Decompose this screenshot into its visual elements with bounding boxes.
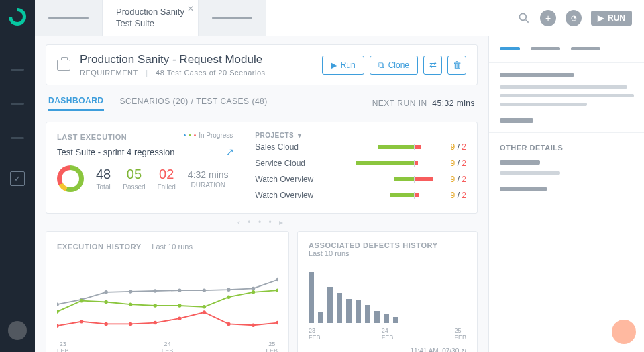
defects-bar-chart [309, 263, 466, 323]
open-icon[interactable]: ↗ [226, 146, 234, 157]
app-logo [9, 8, 26, 26]
top-bar: Production Sanity Test Suite ✕ + ◔ ▶ RUN [35, 0, 644, 36]
svg-point-4 [104, 290, 107, 294]
failed-value: 02 [158, 167, 176, 182]
side-nav: ✓ [0, 0, 35, 352]
exec-donut-chart [57, 165, 84, 192]
svg-point-26 [153, 321, 156, 324]
tab-title: Production Sanity Test Suite [116, 7, 184, 30]
tab-active[interactable]: Production Sanity Test Suite ✕ [103, 0, 199, 36]
svg-point-24 [104, 322, 107, 326]
chevron-down-icon: ▾ [298, 132, 302, 139]
svg-point-6 [153, 289, 156, 292]
execution-history-card: EXECUTION HISTORY Last 10 runs [46, 231, 289, 352]
svg-point-28 [203, 310, 206, 314]
projects-header[interactable]: PROJECTS ▾ [255, 132, 466, 139]
last-execution-card: LAST EXECUTION ••• In Progress Test Suit… [46, 122, 478, 214]
exec-history-title: EXECUTION HISTORY [57, 243, 142, 251]
duration-value: 4:32 mins [188, 169, 229, 180]
svg-point-27 [178, 316, 181, 320]
tab-3[interactable] [199, 0, 266, 36]
last-exec-title: LAST EXECUTION [57, 133, 127, 141]
tab-dashboard[interactable]: DASHBOARD [48, 96, 104, 111]
nav-item-3[interactable] [11, 137, 24, 139]
next-run-label: NEXT RUN IN [372, 99, 427, 108]
svg-point-11 [276, 278, 278, 281]
svg-point-16 [153, 304, 156, 307]
swap-button[interactable]: ⇄ [423, 56, 442, 75]
svg-line-1 [526, 19, 529, 22]
tab-scenarios[interactable]: SCENARIOS (20) / TEST CASES (48) [120, 97, 268, 110]
subtitle: 48 Test Cases of 20 Scenarios [156, 69, 266, 77]
svg-point-2 [57, 302, 59, 306]
in-progress-badge: ••• In Progress [184, 132, 233, 139]
project-row: Watch Overview9 / 2 [255, 187, 466, 204]
svg-point-18 [203, 305, 206, 308]
project-row: Service Cloud9 / 2 [255, 155, 466, 171]
svg-point-21 [276, 288, 278, 292]
next-run-value: 45:32 mins [432, 99, 475, 108]
suite-icon [57, 60, 70, 71]
nav-item-tests[interactable]: ✓ [10, 171, 25, 186]
other-details-title: OTHER DETAILS [500, 144, 633, 152]
svg-point-29 [227, 322, 230, 326]
add-button[interactable]: + [540, 10, 556, 26]
close-icon[interactable]: ✕ [187, 4, 194, 13]
svg-point-14 [104, 300, 107, 304]
nav-item-2[interactable] [11, 103, 24, 105]
run-top-button[interactable]: ▶ RUN [591, 11, 632, 26]
svg-point-13 [80, 299, 83, 302]
project-row: Sales Cloud9 / 2 [255, 139, 466, 155]
page-title: Production Sanity - Request Module [80, 53, 266, 67]
svg-point-8 [203, 288, 206, 292]
svg-point-22 [57, 324, 59, 327]
defects-timestamp: 11:41 AM, 07/30 [410, 347, 459, 352]
suite-name: Test Suite - sprint 4 regression [57, 147, 233, 157]
svg-point-31 [276, 321, 278, 324]
run-button[interactable]: ▶ Run [322, 56, 364, 75]
passed-value: 05 [123, 167, 145, 182]
svg-point-23 [80, 320, 83, 323]
svg-point-7 [178, 288, 181, 292]
svg-point-10 [252, 287, 255, 290]
details-panel: OTHER DETAILS [488, 36, 644, 352]
carousel-dots[interactable]: ‹ • • • ▸ [46, 218, 478, 227]
clone-button[interactable]: ⧉ Clone [370, 56, 418, 75]
svg-point-19 [227, 295, 230, 298]
clock-icon[interactable]: ◔ [566, 10, 582, 26]
svg-point-5 [129, 290, 132, 293]
defects-history-card: ASSOCIATED DEFECTS HISTORY Last 10 runs … [297, 231, 478, 352]
chat-fab[interactable] [612, 320, 636, 344]
tab-1[interactable] [35, 0, 103, 36]
search-icon[interactable] [517, 11, 531, 25]
total-value: 48 [96, 167, 111, 182]
defects-title: ASSOCIATED DEFECTS HISTORY [309, 241, 466, 249]
svg-point-9 [227, 288, 230, 291]
svg-point-15 [129, 302, 132, 306]
delete-button[interactable]: 🗑 [447, 56, 466, 75]
svg-point-25 [129, 322, 132, 326]
nav-item-1[interactable] [11, 69, 24, 71]
execution-history-chart [57, 258, 278, 339]
type-label: REQUIREMENT [80, 69, 138, 77]
svg-point-0 [519, 13, 526, 20]
svg-point-30 [252, 323, 255, 326]
user-avatar[interactable] [8, 321, 27, 340]
svg-point-17 [178, 304, 181, 307]
page-header: Production Sanity - Request Module REQUI… [46, 44, 478, 85]
project-row: Watch Overview9 / 2 [255, 171, 466, 187]
svg-point-20 [252, 290, 255, 294]
